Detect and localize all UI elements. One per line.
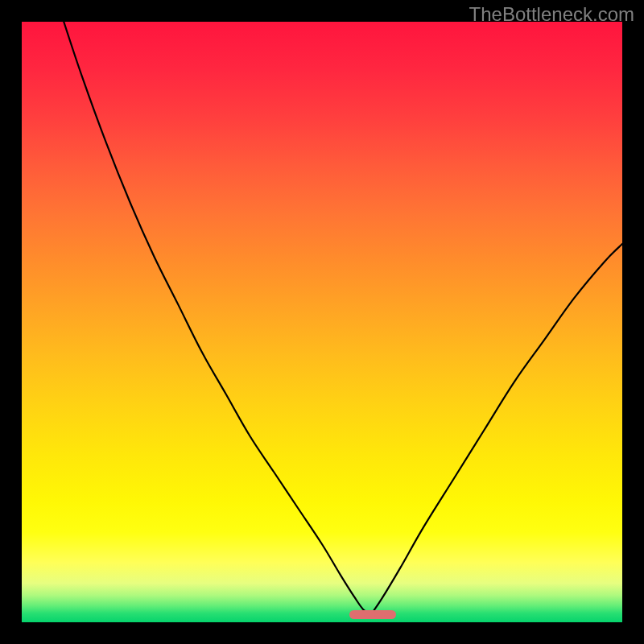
bottleneck-curve (22, 22, 622, 622)
curve-path (64, 22, 622, 614)
optimal-range-marker (349, 610, 396, 619)
chart-frame: TheBottleneck.com (0, 0, 644, 644)
plot-area (22, 22, 622, 622)
